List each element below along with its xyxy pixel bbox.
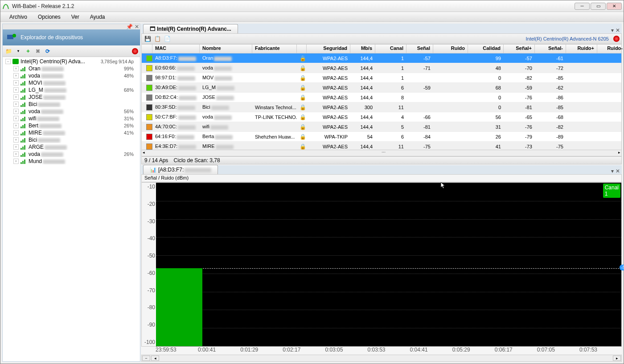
- tree-item-label: LG_M: [29, 87, 124, 93]
- tree-item[interactable]: +Bici: [4, 101, 139, 108]
- tree-item[interactable]: +MOVI: [4, 79, 139, 86]
- signal-icon: [21, 130, 27, 135]
- table-row[interactable]: 80:3F:5D: Bici Winstars Technol... 🔒 WPA…: [142, 102, 621, 112]
- table-row[interactable]: E4:3E:D7: MIRE 🔒 WPA2-AES 144,4 11 -75 4…: [142, 142, 621, 150]
- collapse-icon[interactable]: −: [5, 59, 11, 64]
- panel-title: Explorador de dispositivos: [21, 34, 83, 41]
- tree-item-label: MOVI: [29, 80, 134, 86]
- tree-item[interactable]: +LG_M68%: [4, 86, 139, 94]
- adapter-tab-label: Intel(R) Centrino(R) Advanc...: [157, 26, 231, 32]
- tree-item[interactable]: +voda26%: [4, 151, 139, 158]
- tree-item-label: JOSE: [29, 94, 134, 100]
- tree-item[interactable]: +JOSE: [4, 94, 139, 101]
- record-toggle[interactable]: [613, 36, 620, 42]
- expand-icon[interactable]: +: [13, 102, 19, 107]
- tab-close-icon[interactable]: ✕: [616, 27, 620, 33]
- chart-tab[interactable]: 📊 [A8:D3:F7:: [143, 165, 218, 174]
- table-row[interactable]: D0:B2:C4: JOSE 🔒 WPA2-AES 144,4 8 0 -76 …: [142, 93, 621, 102]
- table-row[interactable]: 64:16:F0: Berta Shehzhen Huaw... 🔒 WPA-T…: [142, 132, 621, 142]
- tree-item[interactable]: +Bici: [4, 136, 139, 143]
- scroll-left-button[interactable]: ◂: [151, 356, 159, 361]
- expand-icon[interactable]: +: [13, 144, 19, 150]
- expand-icon[interactable]: +: [13, 130, 19, 135]
- col-calidad[interactable]: Calidad: [468, 45, 504, 53]
- table-row[interactable]: 4A:70:0C: wifi 🔒 WPA2-AES 144,4 5 -81 31…: [142, 122, 621, 132]
- remove-button[interactable]: ✖: [34, 47, 42, 55]
- tree-item[interactable]: +Oran99%: [4, 65, 139, 72]
- menu-archivo[interactable]: Archivo: [5, 12, 32, 21]
- minimize-button[interactable]: ─: [575, 3, 590, 10]
- grid-body[interactable]: A8:D3:F7: Oran 🔒 WPA2-AES 144,4 1 -57 99…: [142, 53, 621, 150]
- tree-item[interactable]: +ARGE: [4, 143, 139, 151]
- refresh-button[interactable]: ⟳: [44, 47, 52, 55]
- svg-rect-31: [22, 132, 24, 135]
- expand-icon[interactable]: +: [13, 73, 19, 78]
- lock-icon: 🔒: [300, 75, 306, 81]
- table-row[interactable]: 30:A9:DE: LG_M 🔒 WPA2-AES 144,4 6 -59 68…: [142, 83, 621, 93]
- zoom-out-button[interactable]: −: [142, 356, 150, 361]
- col-fabricante[interactable]: Fabricante: [252, 45, 297, 53]
- adapter-tab[interactable]: 🗔 Intel(R) Centrino(R) Advanc...: [143, 24, 238, 33]
- close-button[interactable]: ✕: [607, 3, 622, 10]
- scroll-right-button[interactable]: ▸: [613, 356, 621, 361]
- table-row[interactable]: 50:C7:BF: voda TP-LINK TECHNO... 🔒 WPA2-…: [142, 112, 621, 122]
- expand-icon[interactable]: +: [13, 123, 19, 128]
- chart-dropdown-icon[interactable]: ▾: [611, 168, 614, 174]
- settings-button[interactable]: 📄: [163, 35, 171, 43]
- table-row[interactable]: A8:D3:F7: Oran 🔒 WPA2-AES 144,4 1 -57 99…: [142, 53, 621, 63]
- tree-item[interactable]: +wifi31%: [4, 115, 139, 122]
- col-canal[interactable]: Canal: [375, 45, 406, 53]
- table-row[interactable]: E0:60:66: voda 🔒 WPA2-AES 144,4 1 -71 48…: [142, 63, 621, 73]
- col-mbs[interactable]: Mb/s: [350, 45, 375, 53]
- expand-icon[interactable]: +: [13, 80, 19, 86]
- menu-ayuda[interactable]: Ayuda: [86, 12, 110, 21]
- chart-title: Señal / Ruido (dBm): [141, 174, 622, 182]
- expand-icon[interactable]: +: [13, 151, 19, 157]
- tree-item[interactable]: +Bert26%: [4, 122, 139, 129]
- tree-item[interactable]: +Mund: [4, 158, 139, 165]
- col-senalm[interactable]: Señal-: [535, 45, 566, 53]
- device-tree[interactable]: − Intel(R) Centrino(R) Adva... 3,78Seg 9…: [3, 57, 140, 361]
- menu-ver[interactable]: Ver: [67, 12, 84, 21]
- col-mac[interactable]: MAC: [152, 45, 200, 53]
- expand-icon[interactable]: +: [13, 87, 19, 93]
- expand-icon[interactable]: +: [13, 94, 19, 100]
- titlebar: Wifi-Babel - Release 2.1.2 ─ ▭ ✕: [0, 0, 624, 12]
- add-button[interactable]: ＋: [24, 47, 32, 55]
- chart-icon: 📊: [150, 167, 156, 173]
- col-ruido[interactable]: Ruido: [433, 45, 468, 53]
- tab-dropdown-icon[interactable]: ▾: [611, 27, 614, 33]
- tree-root[interactable]: − Intel(R) Centrino(R) Adva... 3,78Seg 9…: [4, 58, 139, 65]
- expand-icon[interactable]: +: [13, 116, 19, 121]
- plot-area[interactable]: Canal1 -57: [156, 183, 621, 346]
- chart-close-icon[interactable]: ✕: [616, 168, 620, 174]
- tree-item[interactable]: +voda48%: [4, 72, 139, 79]
- tree-item[interactable]: +MIRE41%: [4, 129, 139, 136]
- expand-icon[interactable]: +: [13, 159, 19, 164]
- export-button[interactable]: 📋: [153, 35, 161, 43]
- tree-item[interactable]: +voda56%: [4, 108, 139, 115]
- col-senal[interactable]: Señal: [406, 45, 433, 53]
- table-row[interactable]: 98:97:D1: MOV 🔒 WPA2-AES 144,4 1 0 -82 -…: [142, 73, 621, 83]
- maximize-button[interactable]: ▭: [591, 3, 606, 10]
- chart-scrollbar[interactable]: − ◂ ▸: [141, 355, 622, 362]
- svg-rect-24: [21, 119, 22, 121]
- h-scrollbar[interactable]: ◂ ⋯ ▸: [142, 150, 621, 156]
- menu-opciones[interactable]: Opciones: [33, 12, 65, 21]
- expand-icon[interactable]: +: [13, 109, 19, 114]
- dropdown-icon[interactable]: ▾: [14, 47, 22, 55]
- save-button[interactable]: 💾: [144, 35, 152, 43]
- expand-icon[interactable]: +: [13, 137, 19, 143]
- window-controls: ─ ▭ ✕: [575, 3, 622, 10]
- panel-close-icon[interactable]: ✕: [135, 24, 139, 30]
- col-seguridad[interactable]: Seguridad: [307, 45, 350, 53]
- col-senalp[interactable]: Señal+: [504, 45, 535, 53]
- folder-icon[interactable]: 📁: [4, 47, 12, 55]
- record-icon[interactable]: [132, 48, 138, 54]
- col-ruidom[interactable]: Ruido-: [597, 45, 624, 53]
- pin-icon[interactable]: 📌: [126, 24, 133, 30]
- col-ruidop[interactable]: Ruido+: [566, 45, 597, 53]
- col-nombre[interactable]: Nombre: [200, 45, 252, 53]
- svg-rect-17: [24, 95, 25, 100]
- expand-icon[interactable]: +: [13, 66, 19, 71]
